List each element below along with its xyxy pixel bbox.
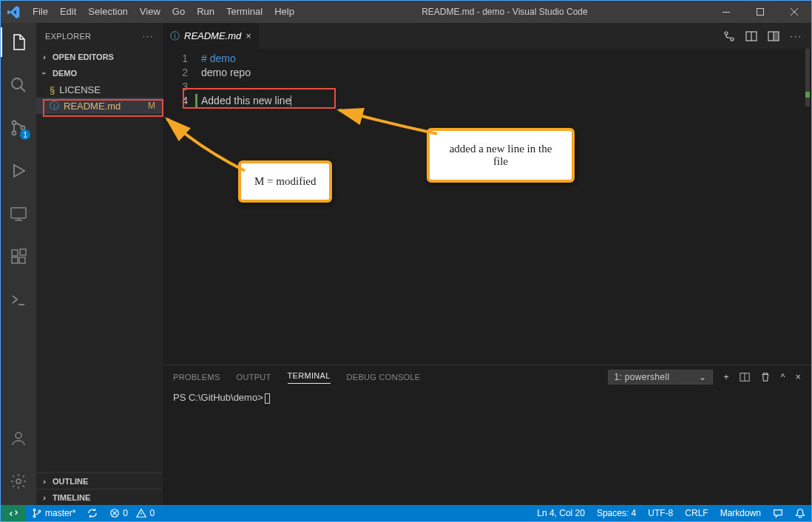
terminal-selector[interactable]: 1: powershell⌄ xyxy=(608,370,714,384)
menu-terminal[interactable]: Terminal xyxy=(220,1,268,23)
close-icon[interactable]: × xyxy=(246,30,251,41)
tab-label: README.md xyxy=(184,30,241,41)
menu-edit[interactable]: Edit xyxy=(54,1,82,23)
terminal-cursor xyxy=(265,393,270,404)
folder-label: DEMO xyxy=(53,69,77,78)
folder-section[interactable]: › DEMO xyxy=(36,65,163,81)
explorer-icon[interactable] xyxy=(1,27,36,57)
file-name: LICENSE xyxy=(59,84,101,95)
menu-go[interactable]: Go xyxy=(166,1,191,23)
errors-warnings[interactable]: 0 0 xyxy=(104,505,160,521)
sync-changes[interactable] xyxy=(81,505,104,521)
menu-selection[interactable]: Selection xyxy=(82,1,133,23)
run-debug-icon[interactable] xyxy=(1,156,36,186)
svg-point-4 xyxy=(13,132,16,135)
chevron-right-icon: › xyxy=(39,493,50,502)
close-panel-icon[interactable]: × xyxy=(796,372,801,382)
svg-rect-0 xyxy=(723,12,730,13)
panel-tab-terminal[interactable]: TERMINAL xyxy=(288,371,331,384)
line-number: 3 xyxy=(163,80,188,94)
kill-terminal-icon[interactable] xyxy=(760,372,771,382)
window-title: README.md - demo - Visual Studio Code xyxy=(300,7,709,17)
terminal-icon[interactable] xyxy=(1,285,36,314)
svg-rect-1 xyxy=(757,9,764,16)
svg-point-12 xyxy=(16,479,21,484)
file-row[interactable]: ⓘ README.md M xyxy=(36,98,163,114)
remote-indicator[interactable] xyxy=(1,505,26,521)
terminal-selector-label: 1: powershell xyxy=(615,372,670,382)
extensions-icon[interactable] xyxy=(1,242,36,271)
timeline-label: TIMELINE xyxy=(53,493,90,502)
svg-point-2 xyxy=(12,78,22,89)
open-editors-section[interactable]: › OPEN EDITORS xyxy=(36,49,163,65)
split-terminal-icon[interactable] xyxy=(740,372,750,382)
svg-rect-17 xyxy=(774,33,778,40)
activity-bar: 1 xyxy=(1,23,36,505)
explorer-title: EXPLORER xyxy=(45,32,91,41)
indentation[interactable]: Spaces: 4 xyxy=(591,508,642,518)
explorer-sidebar: EXPLORER ··· › OPEN EDITORS › DEMO § LIC… xyxy=(36,23,163,505)
accounts-icon[interactable] xyxy=(1,424,36,453)
info-icon: ⓘ xyxy=(50,99,59,112)
explorer-more-icon[interactable]: ··· xyxy=(143,32,154,41)
feedback-icon[interactable] xyxy=(767,508,789,518)
timeline-section[interactable]: › TIMELINE xyxy=(36,489,163,505)
minimap-slider[interactable] xyxy=(805,49,810,106)
new-terminal-icon[interactable]: + xyxy=(723,372,728,382)
annotation-callout: M = modified xyxy=(238,160,332,203)
editor-tab[interactable]: ⓘ README.md × xyxy=(163,23,260,49)
close-button[interactable] xyxy=(777,1,811,23)
svg-rect-6 xyxy=(11,208,26,218)
svg-point-19 xyxy=(33,509,35,511)
eol[interactable]: CRLF xyxy=(679,508,714,518)
menu-view[interactable]: View xyxy=(134,1,166,23)
scm-badge: 1 xyxy=(20,129,30,140)
terminal-prompt: PS C:\GitHub\demo> xyxy=(173,392,263,403)
minimize-button[interactable] xyxy=(709,1,743,23)
maximize-button[interactable] xyxy=(743,1,777,23)
open-changes-icon[interactable] xyxy=(723,30,735,42)
maximize-panel-icon[interactable]: ^ xyxy=(781,372,785,382)
chevron-right-icon: › xyxy=(39,477,50,486)
status-bar: master* 0 0 Ln 4, Col 20 Spaces: 4 UTF-8… xyxy=(1,505,811,521)
remote-explorer-icon[interactable] xyxy=(1,199,36,228)
editor-area: ⓘ README.md × ··· 1 2 3 4 # demo demo re… xyxy=(163,23,811,505)
notifications-icon[interactable] xyxy=(789,508,811,518)
outline-section[interactable]: › OUTLINE xyxy=(36,472,163,489)
language-mode[interactable]: Markdown xyxy=(714,508,767,518)
split-editor-icon[interactable] xyxy=(768,30,779,42)
cursor-position[interactable]: Ln 4, Col 20 xyxy=(531,508,591,518)
line-number: 4 xyxy=(163,94,188,108)
svg-rect-7 xyxy=(12,250,18,256)
warning-count: 0 xyxy=(149,508,155,518)
minimap-git-marker xyxy=(805,92,810,98)
menu-file[interactable]: File xyxy=(27,1,54,23)
chevron-down-icon: ⌄ xyxy=(699,372,706,382)
settings-gear-icon[interactable] xyxy=(1,467,36,496)
open-preview-icon[interactable] xyxy=(745,30,757,42)
code-text: Added this new line xyxy=(201,94,291,108)
search-icon[interactable] xyxy=(1,70,36,100)
menu-help[interactable]: Help xyxy=(268,1,300,23)
source-control-icon[interactable]: 1 xyxy=(1,113,36,143)
file-row[interactable]: § LICENSE xyxy=(36,81,163,98)
code-content[interactable]: # demo demo repo Added this new line xyxy=(201,49,811,365)
panel-tab-output[interactable]: OUTPUT xyxy=(237,373,271,382)
panel-tab-debug-console[interactable]: DEBUG CONSOLE xyxy=(347,373,421,382)
more-actions-icon[interactable]: ··· xyxy=(790,30,802,41)
code-line: # demo xyxy=(201,52,811,66)
git-branch[interactable]: master* xyxy=(26,505,81,521)
annotation-callout: added a new line in the file xyxy=(427,128,575,183)
svg-rect-10 xyxy=(20,249,26,255)
panel-tab-problems[interactable]: PROBLEMS xyxy=(173,373,220,382)
editor-tabs: ⓘ README.md × ··· xyxy=(163,23,811,49)
menu-run[interactable]: Run xyxy=(191,1,220,23)
chevron-down-icon: › xyxy=(40,68,49,78)
terminal-content[interactable]: PS C:\GitHub\demo> xyxy=(163,389,811,505)
svg-rect-8 xyxy=(12,257,18,263)
code-editor[interactable]: 1 2 3 4 # demo demo repo Added this new … xyxy=(163,49,811,365)
svg-point-14 xyxy=(731,38,734,41)
svg-point-11 xyxy=(16,433,21,438)
encoding[interactable]: UTF-8 xyxy=(642,508,679,518)
titlebar: File Edit Selection View Go Run Terminal… xyxy=(1,1,811,23)
